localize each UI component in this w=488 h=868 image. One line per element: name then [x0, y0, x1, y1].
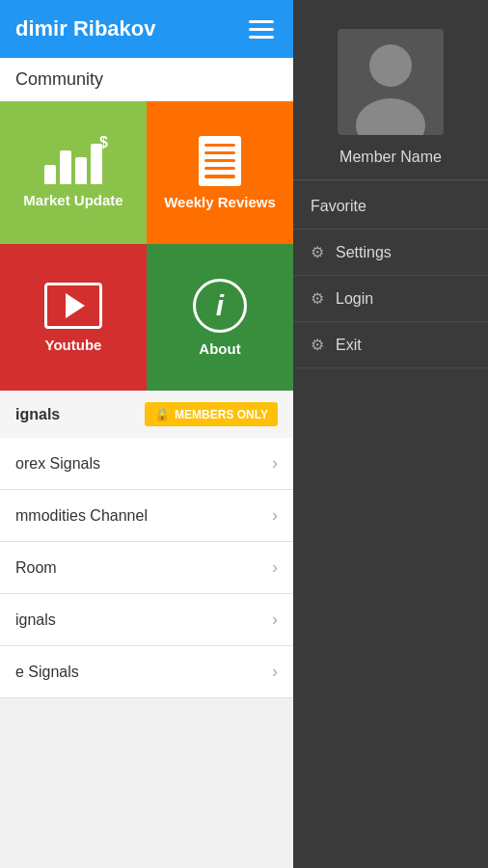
list-item[interactable]: ignals › — [0, 594, 293, 646]
doc-line-2 — [204, 151, 235, 154]
sidebar-item-exit-label: Exit — [336, 337, 362, 354]
tile-weekly-reviews[interactable]: Weekly Reviews — [147, 101, 293, 244]
chevron-icon: › — [272, 453, 278, 474]
hamburger-line-2 — [249, 28, 274, 31]
list-item[interactable]: mmodities Channel › — [0, 490, 293, 542]
app-title: dimir Ribakov — [15, 16, 155, 41]
sidebar-divider — [293, 179, 488, 180]
sidebar-item-login-label: Login — [336, 290, 373, 308]
sidebar-item-favorite-label: Favorite — [311, 198, 366, 215]
list-item-text: Room — [15, 559, 57, 577]
list-item-text: e Signals — [15, 664, 79, 681]
tile-about[interactable]: i About — [147, 244, 293, 391]
lock-icon: 🔒 — [154, 407, 170, 421]
sidebar-item-login[interactable]: ⚙ Login — [293, 276, 488, 322]
hamburger-line-1 — [249, 20, 274, 23]
list-item[interactable]: orex Signals › — [0, 438, 293, 490]
community-label: Community — [15, 69, 103, 89]
play-triangle — [66, 293, 85, 318]
avatar-silhouette — [338, 29, 444, 135]
svg-point-1 — [356, 98, 425, 135]
info-circle-icon: i — [193, 279, 247, 333]
chevron-icon: › — [272, 610, 278, 630]
signals-header: ignals 🔒 MEMBERS ONLY — [0, 391, 293, 438]
list-item-text: mmodities Channel — [15, 507, 148, 525]
community-section: Community — [0, 58, 293, 101]
sidebar-item-favorite[interactable]: Favorite — [293, 184, 488, 230]
doc-line-1 — [204, 144, 235, 147]
list-item[interactable]: Room › — [0, 542, 293, 594]
play-icon — [44, 283, 102, 329]
bar-2 — [60, 150, 71, 184]
sidebar-item-exit[interactable]: ⚙ Exit — [293, 322, 488, 368]
chevron-icon: › — [272, 505, 278, 526]
tile-youtube[interactable]: Youtube — [0, 244, 147, 391]
bar-3 — [75, 157, 87, 184]
tiles-grid: $ Market Update Weekly Reviews Youtube — [0, 101, 293, 391]
login-icon: ⚙ — [311, 289, 324, 308]
bar-1 — [44, 165, 56, 184]
tile-market-update-label: Market Update — [23, 192, 122, 208]
list-item-text: ignals — [15, 611, 56, 629]
chevron-icon: › — [272, 662, 278, 682]
tile-youtube-label: Youtube — [45, 337, 102, 353]
doc-line-4 — [204, 167, 235, 170]
sidebar-item-settings-label: Settings — [336, 244, 392, 261]
avatar-container — [338, 29, 444, 135]
list-item[interactable]: e Signals › — [0, 646, 293, 698]
app-header: dimir Ribakov — [0, 0, 293, 58]
members-only-badge: 🔒 MEMBERS ONLY — [145, 402, 278, 426]
exit-icon: ⚙ — [311, 336, 324, 354]
sidebar-item-settings[interactable]: ⚙ Settings — [293, 230, 488, 276]
tile-weekly-reviews-label: Weekly Reviews — [164, 194, 276, 210]
gear-icon: ⚙ — [311, 243, 324, 261]
signals-title: ignals — [15, 406, 60, 423]
member-name: Member Name — [339, 149, 442, 166]
svg-point-0 — [369, 44, 412, 87]
main-panel: dimir Ribakov Community $ Market Update — [0, 0, 293, 868]
document-icon — [199, 136, 241, 186]
chevron-icon: › — [272, 557, 278, 578]
list-item-text: orex Signals — [15, 455, 100, 473]
hamburger-button[interactable] — [245, 16, 278, 42]
doc-line-5 — [204, 175, 235, 177]
members-badge-text: MEMBERS ONLY — [175, 408, 268, 421]
signals-section: ignals 🔒 MEMBERS ONLY orex Signals › mmo… — [0, 391, 293, 698]
doc-line-3 — [204, 159, 235, 162]
tile-about-label: About — [199, 340, 240, 357]
hamburger-line-3 — [249, 36, 274, 39]
sidebar-drawer: Member Name Favorite ⚙ Settings ⚙ Login … — [293, 0, 488, 868]
tile-market-update[interactable]: $ Market Update — [0, 101, 147, 244]
bar-chart-icon: $ — [44, 138, 102, 184]
dollar-sign: $ — [99, 134, 108, 151]
